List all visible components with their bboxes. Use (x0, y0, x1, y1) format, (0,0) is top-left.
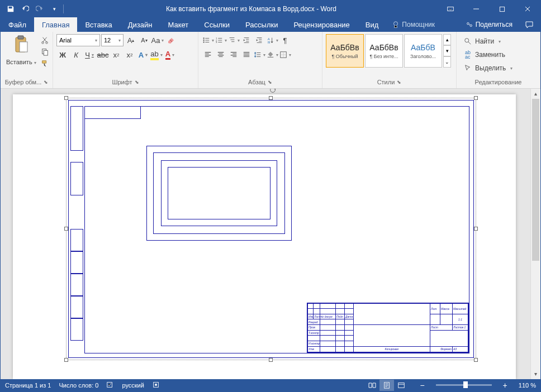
font-color-button[interactable]: A (164, 49, 176, 61)
superscript-button[interactable]: x2 (124, 49, 136, 61)
tab-file[interactable]: Файл (1, 17, 34, 32)
justify-button[interactable] (240, 49, 253, 61)
status-spellcheck-icon[interactable] (106, 381, 114, 390)
scroll-up-button[interactable]: ▴ (531, 89, 540, 99)
scroll-down-button[interactable]: ▾ (531, 369, 540, 379)
text-effects-button[interactable]: A (137, 49, 149, 61)
status-macro-icon[interactable] (152, 381, 160, 390)
resize-handle-bl[interactable] (64, 358, 68, 362)
scroll-thumb[interactable] (532, 99, 539, 261)
replace-button[interactable]: abacЗаменить (461, 49, 515, 61)
line-spacing-button[interactable] (253, 49, 265, 61)
sort-button[interactable]: АЯ (266, 34, 278, 46)
maximize-button[interactable] (489, 1, 515, 17)
view-read-button[interactable] (365, 380, 379, 391)
svg-rect-6 (18, 36, 23, 39)
svg-rect-7 (20, 42, 27, 52)
shrink-font-button[interactable]: A▾ (138, 34, 150, 46)
zoom-level[interactable]: 110 % (519, 382, 536, 389)
vertical-scrollbar[interactable]: ▴ ▾ (530, 89, 540, 379)
object-selection-frame[interactable]: ЛитМассаМасштаб ИзмЛист№ докумПодпДата1:… (66, 98, 476, 360)
italic-button[interactable]: К (70, 49, 82, 61)
paragraph-launcher[interactable]: ⬊ (268, 79, 272, 85)
resize-handle-tm[interactable] (269, 96, 273, 100)
tab-home[interactable]: Главная (34, 17, 77, 32)
status-page[interactable]: Страница 1 из 1 (5, 382, 51, 389)
qat-customize-button[interactable]: ▾ (48, 2, 61, 16)
bold-button[interactable]: Ж (56, 49, 69, 61)
align-center-button[interactable] (215, 49, 227, 61)
close-button[interactable] (515, 1, 540, 17)
styles-gallery-nav[interactable]: ▴▾⌄ (443, 34, 451, 68)
view-print-button[interactable] (379, 380, 394, 391)
document-viewport[interactable]: ЛитМассаМасштаб ИзмЛист№ докумПодпДата1:… (1, 89, 530, 379)
subscript-button[interactable]: x2 (110, 49, 122, 61)
font-launcher[interactable]: ⬊ (135, 79, 139, 85)
tab-layout[interactable]: Макет (160, 17, 196, 32)
tab-insert[interactable]: Вставка (77, 17, 120, 32)
grow-font-button[interactable]: A▴ (125, 34, 137, 46)
tab-review[interactable]: Рецензирование (286, 17, 357, 32)
group-paragraph: 123 АЯ ¶ Абзац⬊ (198, 32, 322, 88)
tab-design[interactable]: Дизайн (120, 17, 160, 32)
redo-button[interactable] (33, 2, 46, 16)
resize-handle-tl[interactable] (64, 96, 68, 100)
undo-button[interactable] (18, 2, 32, 16)
zoom-in-button[interactable]: + (500, 381, 511, 390)
svg-rect-27 (398, 383, 405, 388)
align-left-button[interactable] (202, 49, 214, 61)
borders-button[interactable] (279, 49, 291, 61)
style-heading1[interactable]: АаБбВ Заголово... (404, 34, 442, 68)
underline-button[interactable]: Ч (83, 49, 96, 61)
svg-point-14 (203, 42, 204, 43)
highlight-button[interactable]: ab (150, 49, 163, 61)
ribbon-options-button[interactable] (438, 1, 463, 17)
tab-mailings[interactable]: Рассылки (238, 17, 286, 32)
multilevel-button[interactable] (227, 34, 240, 46)
cut-button[interactable] (40, 35, 50, 45)
resize-handle-bm[interactable] (269, 358, 273, 362)
svg-point-22 (270, 89, 276, 92)
status-word-count[interactable]: Число слов: 0 (59, 382, 98, 389)
numbering-button[interactable]: 123 (215, 34, 227, 46)
resize-handle-br[interactable] (474, 358, 478, 362)
font-size-select[interactable]: 12▾ (101, 34, 124, 46)
zoom-slider[interactable] (436, 384, 492, 386)
copy-button[interactable] (40, 47, 50, 57)
decrease-indent-button[interactable] (240, 34, 253, 46)
view-web-button[interactable] (394, 380, 409, 391)
styles-launcher[interactable]: ⬊ (397, 79, 401, 85)
tab-view[interactable]: Вид (358, 17, 387, 32)
tab-references[interactable]: Ссылки (196, 17, 238, 32)
resize-handle-ml[interactable] (64, 227, 68, 231)
cad-top-left-cell (85, 107, 141, 119)
format-painter-button[interactable] (40, 59, 50, 69)
font-name-select[interactable]: Arial▾ (56, 34, 100, 46)
select-button[interactable]: Выделить (461, 62, 515, 74)
save-button[interactable] (4, 2, 17, 16)
rotate-handle[interactable] (269, 89, 273, 90)
resize-handle-tr[interactable] (474, 96, 478, 100)
svg-point-21 (465, 39, 469, 42)
share-button[interactable]: Поделиться (460, 17, 518, 32)
minimize-button[interactable] (463, 1, 489, 17)
style-no-spacing[interactable]: АаБбВв ¶ Без инте... (365, 34, 403, 68)
shading-button[interactable] (266, 49, 278, 61)
resize-handle-mr[interactable] (474, 227, 478, 231)
find-button[interactable]: Найти (461, 35, 515, 47)
style-normal[interactable]: АаБбВв ¶ Обычный (326, 34, 364, 68)
tell-me-box[interactable]: Помощник (386, 17, 440, 32)
change-case-button[interactable]: Aa (151, 34, 164, 46)
increase-indent-button[interactable] (253, 34, 265, 46)
status-language[interactable]: русский (122, 382, 144, 389)
strike-button[interactable]: abc (97, 49, 109, 61)
comments-button[interactable] (518, 17, 540, 32)
clear-formatting-button[interactable] (165, 34, 177, 46)
align-right-button[interactable] (227, 49, 240, 61)
paste-button[interactable]: Вставить (4, 34, 39, 66)
zoom-out-button[interactable]: − (416, 381, 428, 390)
bullets-button[interactable] (202, 34, 214, 46)
show-marks-button[interactable]: ¶ (279, 34, 291, 46)
clipboard-launcher[interactable]: ⬊ (44, 79, 48, 85)
svg-text:3: 3 (215, 41, 217, 44)
